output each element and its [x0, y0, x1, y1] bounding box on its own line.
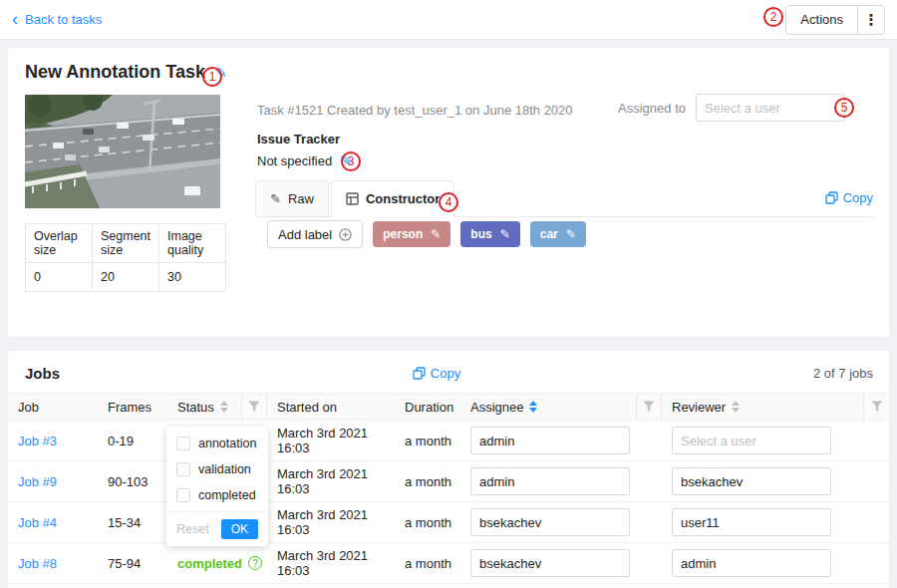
column-header-job: Job [8, 394, 98, 420]
assignee-input[interactable] [470, 508, 630, 536]
jobs-header: Jobs Copy 2 of 7 jobs [25, 365, 873, 382]
frames-cell: 15-34 [98, 515, 167, 530]
sort-carets-assignee[interactable] [529, 401, 537, 413]
param-value-overlap: 0 [26, 263, 93, 292]
filter-option-completed[interactable]: completed [166, 482, 268, 508]
column-header-status[interactable]: Status [167, 394, 267, 420]
started-cell: March 3rd 2021 16:03 [267, 466, 395, 496]
assignee-input[interactable] [470, 427, 630, 454]
task-title-row: New Annotation Task ✎ [25, 62, 227, 83]
label-chip-car[interactable]: car ✎ [530, 221, 586, 247]
add-label-button[interactable]: Add label [267, 220, 363, 248]
reviewer-input[interactable] [672, 427, 831, 454]
started-cell: March 3rd 2021 16:03 [267, 426, 395, 455]
filter-funnel-icon [248, 401, 260, 413]
reviewer-input[interactable] [672, 467, 831, 495]
job-link[interactable]: Job #9 [18, 474, 57, 489]
filter-reset-button[interactable]: Reset [176, 522, 209, 536]
constructor-icon [346, 192, 359, 205]
param-value-quality: 30 [159, 263, 226, 292]
param-value-segment: 20 [93, 263, 159, 292]
copy-labels-link[interactable]: Copy [825, 190, 873, 205]
assignee-input[interactable] [470, 467, 630, 495]
started-cell: March 3rd 2021 16:03 [267, 507, 395, 537]
checkbox-completed[interactable] [176, 488, 190, 502]
reviewer-input[interactable] [672, 508, 831, 536]
tab-constructor[interactable]: Constructor [331, 180, 454, 216]
sort-carets-reviewer[interactable] [732, 401, 740, 413]
back-to-tasks-label: Back to tasks [25, 12, 102, 27]
reviewer-input[interactable] [672, 549, 831, 577]
copy-icon [413, 367, 426, 380]
task-thumbnail [25, 95, 220, 208]
table-row: Job #3 0-19 March 3rd 2021 16:03 a month [8, 421, 889, 461]
checkbox-annotation[interactable] [176, 437, 190, 450]
filter-ok-button[interactable]: OK [221, 519, 258, 539]
chevron-left-icon: ‹ [12, 10, 18, 28]
edit-label-person-icon[interactable]: ✎ [431, 227, 441, 241]
duration-cell: a month [395, 474, 460, 489]
checkbox-validation[interactable] [176, 462, 190, 476]
task-assignee-input[interactable] [696, 94, 845, 122]
assigned-to-row: Assigned to [618, 94, 845, 122]
status-completed-label: completed [177, 556, 242, 571]
filter-funnel-icon [871, 401, 883, 413]
filter-funnel-icon [643, 401, 655, 413]
param-header-overlap: Overlap size [26, 224, 93, 263]
sort-carets-status[interactable] [220, 401, 228, 413]
frames-cell: 90-103 [98, 474, 167, 489]
duration-cell: a month [395, 515, 460, 530]
status-filter-button[interactable] [241, 394, 267, 420]
duration-cell: a month [395, 556, 460, 571]
tab-raw-label: Raw [288, 191, 314, 206]
frames-cell: 0-19 [98, 434, 167, 448]
labels-constructor-row: Add label person ✎ bus ✎ car ✎ [267, 220, 586, 248]
job-link[interactable]: Job #4 [18, 515, 57, 530]
job-link[interactable]: Job #8 [18, 556, 57, 571]
param-header-segment: Segment size [93, 224, 159, 263]
label-chip-car-name: car [540, 227, 558, 241]
label-chip-person[interactable]: person ✎ [373, 221, 450, 247]
task-title: New Annotation Task [25, 62, 205, 83]
table-row: Job #4 15-34 March 3rd 2021 16:03 a mont… [8, 502, 889, 543]
filter-option-annotation[interactable]: annotation [166, 431, 268, 456]
issue-tracker-value: Not specified [257, 153, 332, 168]
reviewer-filter-button[interactable] [863, 394, 889, 420]
jobs-table-header: Job Frames Status Started on Duration [8, 393, 889, 421]
copy-labels-label: Copy [843, 190, 873, 205]
column-header-assignee[interactable]: Assignee [460, 394, 662, 420]
more-menu-icon[interactable]: ⋮ [858, 6, 884, 34]
filter-footer: Reset OK [166, 511, 268, 546]
copy-icon [825, 191, 838, 204]
raw-tab-icon: ✎ [270, 191, 281, 206]
duration-cell: a month [395, 434, 460, 448]
column-header-started: Started on [267, 394, 395, 420]
label-chip-bus[interactable]: bus ✎ [460, 221, 519, 247]
label-chip-person-name: person [383, 227, 423, 241]
labels-tabs-bar: ✎ Raw Constructor Copy [255, 179, 873, 217]
plus-circle-icon [339, 228, 352, 241]
job-link[interactable]: Job #3 [18, 434, 57, 448]
status-help-icon[interactable]: ? [248, 556, 262, 570]
task-meta: Task #1521 Created by test_user_1 on Jun… [257, 103, 573, 118]
label-chip-bus-name: bus [470, 227, 491, 241]
tab-raw[interactable]: ✎ Raw [255, 180, 329, 216]
edit-label-bus-icon[interactable]: ✎ [500, 227, 510, 241]
column-header-frames: Frames [98, 394, 167, 420]
column-header-reviewer[interactable]: Reviewer [662, 394, 889, 420]
back-to-tasks-link[interactable]: ‹ Back to tasks [12, 12, 102, 28]
edit-issue-tracker-icon[interactable]: ✎ [340, 152, 352, 168]
edit-label-car-icon[interactable]: ✎ [566, 227, 576, 241]
actions-button[interactable]: Actions [786, 6, 857, 34]
jobs-title: Jobs [25, 365, 60, 382]
jobs-count: 2 of 7 jobs [813, 366, 873, 381]
jobs-card: Jobs Copy 2 of 7 jobs Job Frames Status [8, 351, 889, 588]
tab-constructor-label: Constructor [366, 191, 440, 206]
copy-jobs-label: Copy [431, 366, 460, 381]
assignee-input[interactable] [470, 549, 630, 577]
edit-title-icon[interactable]: ✎ [215, 65, 227, 81]
filter-option-validation[interactable]: validation [166, 456, 268, 482]
assignee-filter-button[interactable] [636, 394, 662, 420]
status-cell: completed ? [167, 556, 267, 571]
copy-jobs-link[interactable]: Copy [413, 366, 460, 381]
